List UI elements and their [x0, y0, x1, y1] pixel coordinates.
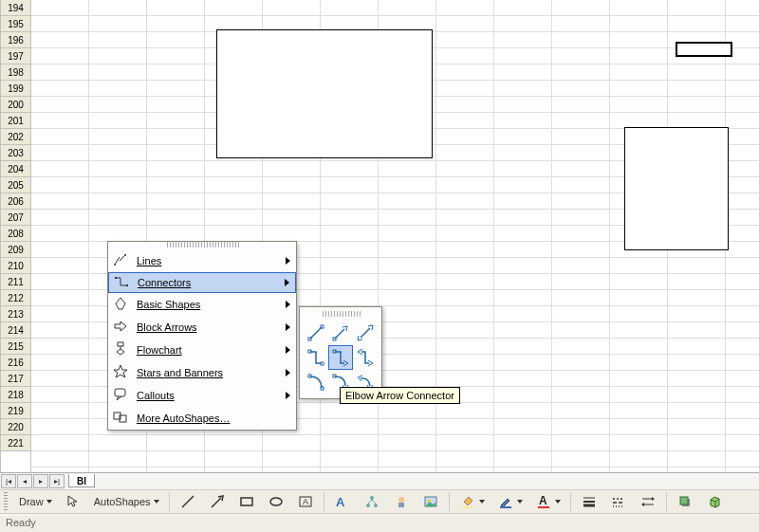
row-header[interactable]: 217 — [1, 371, 30, 387]
arrow-style-button[interactable] — [635, 491, 661, 512]
rectangle-shape[interactable] — [624, 127, 729, 250]
connector-straight[interactable] — [304, 321, 328, 345]
row-header[interactable]: 204 — [1, 161, 30, 177]
tab-nav-last[interactable]: ▸| — [49, 474, 65, 488]
menu-item-more-autoshapes[interactable]: More AutoShapes… — [108, 407, 296, 430]
row-header[interactable]: 200 — [1, 97, 30, 113]
row-header[interactable]: 196 — [1, 32, 30, 48]
sheet-tab-bar: |◂ ◂ ▸ ▸| Bl — [0, 472, 759, 488]
row-header[interactable]: 201 — [1, 113, 30, 129]
line-style-button[interactable] — [576, 491, 602, 512]
connector-straight-arrow[interactable] — [328, 321, 353, 345]
menu-grip[interactable] — [321, 311, 361, 317]
dropdown-caret-icon — [479, 500, 485, 504]
row-header[interactable]: 203 — [1, 145, 30, 161]
insert-picture-button[interactable] — [417, 491, 444, 512]
row-header[interactable]: 213 — [1, 306, 30, 322]
row-header[interactable]: 199 — [1, 81, 30, 97]
active-cell[interactable] — [676, 42, 732, 57]
rectangle-tool-button[interactable] — [233, 491, 260, 512]
svg-rect-38 — [321, 325, 324, 328]
dash-style-button[interactable] — [605, 491, 632, 512]
row-header[interactable]: 215 — [1, 339, 30, 355]
row-header[interactable]: 211 — [1, 274, 30, 290]
row-header[interactable]: 212 — [1, 290, 30, 306]
diagram-button[interactable] — [359, 491, 385, 512]
select-objects-button[interactable] — [60, 491, 86, 512]
diagram-icon — [363, 493, 380, 510]
clipart-button[interactable] — [388, 491, 415, 512]
line-icon — [179, 493, 196, 510]
menu-item-lines[interactable]: Lines — [108, 249, 296, 272]
textbox-tool-button[interactable]: A — [292, 491, 319, 512]
textbox-icon: A — [297, 493, 314, 510]
menu-item-connectors[interactable]: Connectors — [108, 272, 296, 293]
menu-item-stars-banners[interactable]: Stars and Banners — [108, 361, 296, 384]
menu-grip[interactable] — [165, 242, 239, 248]
oval-icon — [268, 493, 285, 510]
arrow-tool-button[interactable] — [204, 491, 231, 512]
row-header[interactable]: 221 — [1, 435, 30, 451]
star-icon — [112, 363, 129, 382]
connectors-icon — [113, 273, 130, 292]
menu-item-callouts[interactable]: Callouts — [108, 384, 296, 407]
toolbar-grip[interactable] — [4, 492, 8, 511]
connector-elbow[interactable] — [304, 345, 328, 370]
3d-style-button[interactable] — [701, 491, 728, 512]
sheet-tab[interactable]: Bl — [68, 474, 95, 487]
svg-line-36 — [310, 327, 322, 339]
connector-straight-double-arrow[interactable] — [353, 321, 378, 345]
draw-menu-button[interactable]: Draw — [14, 491, 57, 512]
row-header[interactable]: 207 — [1, 210, 30, 226]
row-header[interactable]: 208 — [1, 226, 30, 242]
menu-label: Block Arrows — [133, 321, 278, 333]
shadow-style-button[interactable] — [672, 491, 698, 512]
row-header[interactable]: 205 — [1, 177, 30, 193]
connector-curved[interactable] — [304, 370, 328, 394]
oval-tool-button[interactable] — [263, 491, 289, 512]
toolbar-separator — [449, 492, 450, 511]
row-header[interactable]: 220 — [1, 419, 30, 435]
row-header[interactable]: 202 — [1, 129, 30, 145]
brush-icon — [497, 493, 514, 510]
svg-rect-2 — [241, 498, 252, 505]
svg-rect-44 — [333, 350, 336, 353]
row-header[interactable]: 219 — [1, 403, 30, 419]
svg-point-8 — [366, 504, 370, 507]
svg-rect-27 — [680, 497, 688, 504]
row-header[interactable]: 216 — [1, 355, 30, 371]
rectangle-shape[interactable] — [216, 29, 433, 158]
line-tool-button[interactable] — [175, 491, 201, 512]
connector-elbow-double-arrow[interactable] — [353, 345, 378, 370]
row-header[interactable]: 194 — [1, 0, 30, 16]
row-header[interactable]: 210 — [1, 258, 30, 274]
svg-rect-42 — [308, 350, 311, 353]
wordart-button[interactable]: A — [329, 491, 356, 512]
svg-rect-31 — [126, 284, 128, 286]
row-header[interactable]: 206 — [1, 193, 30, 210]
svg-rect-32 — [118, 342, 123, 346]
font-color-button[interactable]: A — [530, 491, 565, 512]
menu-item-flowchart[interactable]: Flowchart — [108, 339, 296, 361]
menu-item-block-arrows[interactable]: Block Arrows — [108, 316, 296, 339]
tab-nav-first[interactable]: |◂ — [1, 474, 16, 488]
tab-nav-next[interactable]: ▸ — [33, 474, 48, 488]
tab-nav-prev[interactable]: ◂ — [17, 474, 32, 488]
submenu-arrow-icon — [286, 323, 290, 331]
dropdown-caret-icon — [555, 500, 561, 504]
submenu-arrow-icon — [286, 346, 290, 354]
rectangle-icon — [238, 493, 255, 510]
dropdown-caret-icon — [517, 500, 523, 504]
arrow-style-icon — [639, 493, 657, 510]
row-header[interactable]: 218 — [1, 387, 30, 403]
connector-elbow-arrow[interactable] — [328, 345, 353, 370]
row-header[interactable]: 195 — [1, 16, 30, 32]
menu-item-basic-shapes[interactable]: Basic Shapes — [108, 293, 296, 316]
autoshapes-menu-button[interactable]: AutoShapes — [89, 491, 164, 512]
row-header[interactable]: 198 — [1, 64, 30, 81]
row-header[interactable]: 209 — [1, 242, 30, 258]
row-header[interactable]: 197 — [1, 48, 30, 64]
line-color-button[interactable] — [492, 491, 528, 512]
row-header[interactable]: 214 — [1, 322, 30, 339]
fill-color-button[interactable] — [454, 491, 490, 512]
